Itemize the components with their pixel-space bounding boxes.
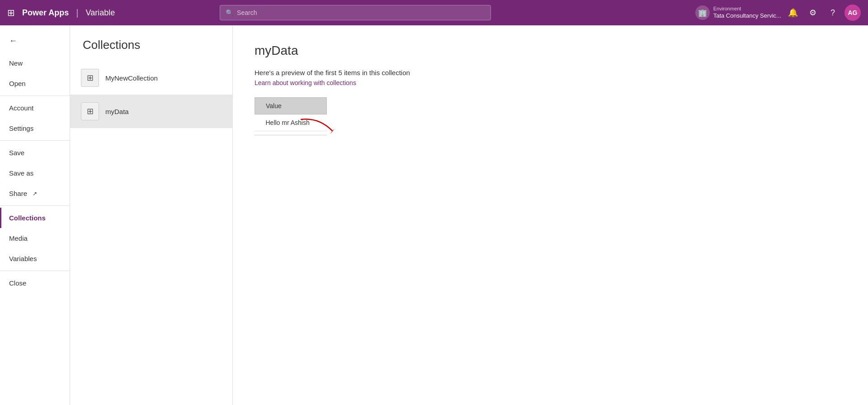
sidebar-item-media[interactable]: Media	[0, 228, 70, 248]
environment-text: Environment Tata Consultancy Servic...	[713, 5, 781, 19]
topbar-right: 🏢 Environment Tata Consultancy Servic...…	[695, 5, 861, 21]
collection-name-mydata: myData	[105, 108, 129, 115]
waffle-icon[interactable]: ⊞	[7, 7, 15, 18]
sidebar-divider-1	[0, 95, 70, 96]
notifications-button[interactable]: 🔔	[785, 5, 801, 21]
sidebar-item-share-label: Share	[9, 190, 27, 197]
sidebar-divider-2	[0, 140, 70, 141]
app-name-label: Power Apps	[22, 8, 69, 18]
sidebar-item-account[interactable]: Account	[0, 98, 70, 118]
sidebar-item-close[interactable]: Close	[0, 273, 70, 293]
sidebar-item-account-label: Account	[9, 104, 33, 112]
collection-icon-mydata: ⊞	[81, 102, 99, 120]
external-link-icon: ↗	[33, 191, 37, 197]
nav-separator: |	[76, 8, 78, 18]
sidebar-item-new-label: New	[9, 59, 23, 67]
environment-info: 🏢 Environment Tata Consultancy Servic...	[695, 5, 781, 20]
sidebar-divider-4	[0, 271, 70, 271]
topbar: ⊞ Power Apps | Variable 🔍 🏢 Environment …	[0, 0, 868, 25]
collection-item-mydata[interactable]: ⊞ myData	[70, 95, 232, 128]
collection-name-mynewcollection: MyNewCollection	[105, 74, 158, 82]
settings-button[interactable]: ⚙	[805, 5, 821, 21]
project-name: Variable	[86, 8, 115, 18]
table-header-value: Value	[255, 98, 327, 114]
content-area: myData Here's a preview of the first 5 i…	[233, 25, 868, 405]
red-arrow-annotation	[301, 117, 337, 135]
content-title: myData	[255, 43, 846, 58]
sidebar-item-save-label: Save	[9, 149, 24, 157]
learn-more-link[interactable]: Learn about working with collections	[255, 79, 846, 86]
sidebar-item-share[interactable]: Share ↗	[0, 183, 70, 204]
data-table: Value Hello mr Ashish	[255, 97, 327, 131]
sidebar-item-close-label: Close	[9, 279, 26, 287]
sidebar-item-open[interactable]: Open	[0, 73, 70, 94]
sidebar-item-save[interactable]: Save	[0, 143, 70, 163]
sidebar-item-open-label: Open	[9, 80, 26, 87]
environment-label: Environment	[713, 5, 781, 12]
search-input[interactable]	[237, 9, 485, 16]
table-cell-value: Hello mr Ashish	[255, 114, 327, 131]
sidebar-item-variables[interactable]: Variables	[0, 248, 70, 269]
environment-icon: 🏢	[695, 5, 710, 20]
search-box[interactable]: 🔍	[220, 5, 491, 20]
content-description: Here's a preview of the first 5 items in…	[255, 69, 846, 76]
app-logo: Power Apps	[22, 8, 69, 18]
search-icon: 🔍	[226, 9, 233, 16]
environment-name: Tata Consultancy Servic...	[713, 12, 781, 20]
sidebar-item-saveas[interactable]: Save as	[0, 163, 70, 183]
help-button[interactable]: ?	[825, 5, 841, 21]
collections-panel-title: Collections	[70, 25, 232, 61]
collection-icon-mynewcollection: ⊞	[81, 69, 99, 87]
sidebar-item-collections[interactable]: Collections	[0, 208, 70, 228]
main-layout: ← New Open Account Settings Save Save as…	[0, 25, 868, 405]
sidebar-item-collections-label: Collections	[9, 214, 46, 222]
sidebar-divider-3	[0, 205, 70, 206]
sidebar-item-settings[interactable]: Settings	[0, 118, 70, 138]
sidebar-item-variables-label: Variables	[9, 255, 37, 262]
collections-panel: Collections ⊞ MyNewCollection ⊞ myData	[70, 25, 233, 405]
avatar[interactable]: AG	[844, 5, 861, 21]
sidebar-item-media-label: Media	[9, 234, 28, 242]
sidebar-item-new[interactable]: New	[0, 53, 70, 73]
value-with-annotation: Hello mr Ashish	[266, 119, 310, 126]
back-button[interactable]: ←	[0, 29, 70, 53]
sidebar: ← New Open Account Settings Save Save as…	[0, 25, 70, 405]
sidebar-item-settings-label: Settings	[9, 124, 33, 132]
table-row: Hello mr Ashish	[255, 114, 327, 131]
collection-item-mynewcollection[interactable]: ⊞ MyNewCollection	[70, 61, 232, 95]
sidebar-item-saveas-label: Save as	[9, 169, 33, 177]
